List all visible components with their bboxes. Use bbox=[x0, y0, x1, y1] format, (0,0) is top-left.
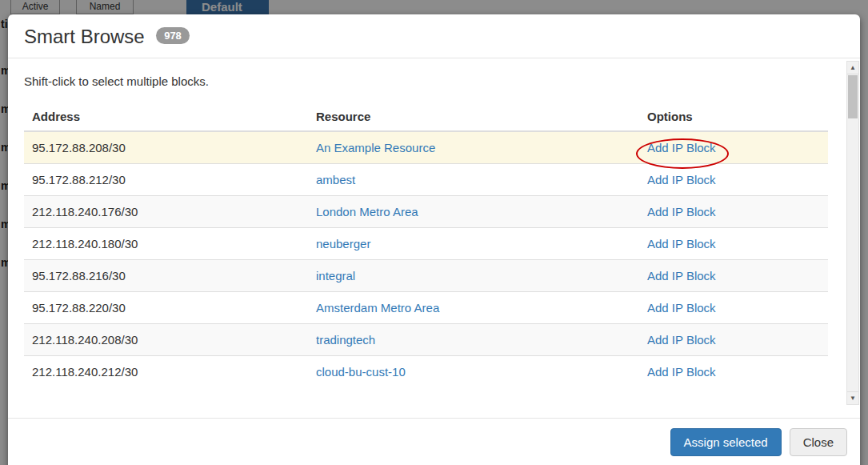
hint-text: Shift-click to select multiple blocks. bbox=[24, 74, 828, 88]
table-header-row: Address Resource Options bbox=[24, 102, 828, 131]
add-ip-block-link[interactable]: Add IP Block bbox=[647, 205, 716, 218]
resource-link[interactable]: integral bbox=[316, 269, 355, 283]
table-row[interactable]: 95.172.88.208/30 An Example Resource Add… bbox=[24, 131, 828, 164]
col-header-address: Address bbox=[24, 102, 308, 131]
smart-browse-modal: Smart Browse 978 Shift-click to select m… bbox=[8, 14, 860, 465]
table-row[interactable]: 95.172.88.220/30 Amsterdam Metro Area Ad… bbox=[24, 292, 828, 324]
add-ip-block-link[interactable]: Add IP Block bbox=[647, 301, 716, 315]
resource-link[interactable]: neuberger bbox=[316, 237, 370, 251]
scrollbar[interactable]: ▲ ▼ bbox=[846, 61, 859, 405]
count-badge: 978 bbox=[156, 27, 190, 44]
address-cell: 95.172.88.220/30 bbox=[24, 292, 308, 324]
scrollbar-thumb[interactable] bbox=[848, 75, 858, 118]
table-row[interactable]: 212.118.240.208/30 tradingtech Add IP Bl… bbox=[24, 324, 828, 356]
col-header-resource: Resource bbox=[308, 102, 639, 131]
modal-header: Smart Browse 978 bbox=[8, 14, 860, 58]
address-cell: 212.118.240.176/30 bbox=[24, 196, 308, 228]
modal-body: Shift-click to select multiple blocks. A… bbox=[8, 58, 860, 418]
modal-footer: Assign selected Close bbox=[8, 418, 860, 465]
add-ip-block-link[interactable]: Add IP Block bbox=[647, 269, 716, 283]
resource-link[interactable]: Amsterdam Metro Area bbox=[316, 301, 439, 315]
add-ip-block-link[interactable]: Add IP Block bbox=[647, 237, 716, 251]
address-cell: 212.118.240.212/30 bbox=[24, 356, 308, 388]
modal-title: Smart Browse bbox=[24, 26, 145, 47]
resource-link[interactable]: cloud-bu-cust-10 bbox=[316, 365, 406, 379]
col-header-options: Options bbox=[639, 102, 828, 131]
add-ip-block-link[interactable]: Add IP Block bbox=[647, 141, 716, 154]
address-cell: 212.118.240.208/30 bbox=[24, 324, 308, 356]
assign-selected-button[interactable]: Assign selected bbox=[670, 428, 782, 456]
scrollbar-up-icon[interactable]: ▲ bbox=[847, 62, 858, 74]
resource-link[interactable]: London Metro Area bbox=[316, 205, 418, 218]
add-ip-block-link[interactable]: Add IP Block bbox=[647, 333, 716, 347]
resource-link[interactable]: ambest bbox=[316, 173, 355, 186]
address-cell: 95.172.88.212/30 bbox=[24, 164, 308, 196]
address-cell: 95.172.88.216/30 bbox=[24, 260, 308, 292]
table-row[interactable]: 212.118.240.212/30 cloud-bu-cust-10 Add … bbox=[24, 356, 828, 388]
table-row[interactable]: 95.172.88.216/30 integral Add IP Block bbox=[24, 260, 828, 292]
resource-link[interactable]: tradingtech bbox=[316, 333, 375, 347]
add-ip-block-link[interactable]: Add IP Block bbox=[647, 173, 716, 186]
address-cell: 212.118.240.180/30 bbox=[24, 228, 308, 260]
table-row[interactable]: 212.118.240.176/30 London Metro Area Add… bbox=[24, 196, 828, 228]
resource-link[interactable]: An Example Resource bbox=[316, 141, 435, 154]
scrollbar-down-icon[interactable]: ▼ bbox=[847, 391, 858, 404]
screen: Active Named Default ti m m m m m m Smar… bbox=[0, 0, 868, 465]
ip-block-table: Address Resource Options 95.172.88.208/3… bbox=[24, 102, 828, 387]
table-row[interactable]: 212.118.240.180/30 neuberger Add IP Bloc… bbox=[24, 228, 828, 260]
table-row[interactable]: 95.172.88.212/30 ambest Add IP Block bbox=[24, 164, 828, 196]
address-cell: 95.172.88.208/30 bbox=[24, 131, 308, 164]
add-ip-block-link[interactable]: Add IP Block bbox=[647, 365, 716, 379]
close-button[interactable]: Close bbox=[790, 428, 847, 456]
